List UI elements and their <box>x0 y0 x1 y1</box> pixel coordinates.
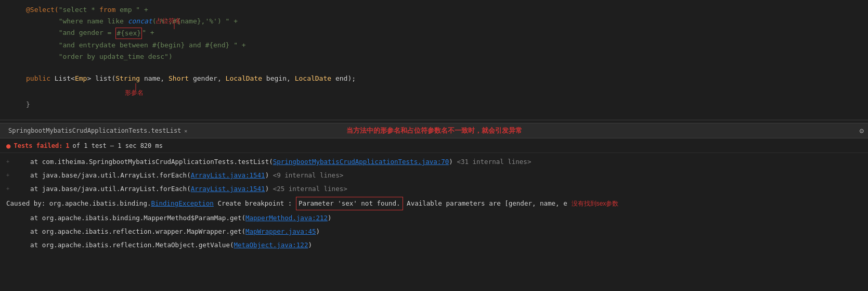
stack-text-3: at java.base/java.util.ArrayList.forEach… <box>15 183 191 195</box>
stack-line-2: + at java.base/java.util.ArrayList.forEa… <box>0 169 868 182</box>
kw-short-class: Short <box>169 73 189 84</box>
mapper-line-3: at org.apache.ibatis.reflection.MetaObje… <box>0 238 868 252</box>
mapper-suffix-3: ) <box>308 239 312 251</box>
stack-suffix-1: ) <box>449 156 457 168</box>
stack-link-1[interactable]: SpringbootMybatisCrudApplicationTests.ja… <box>273 156 449 168</box>
binding-exception-link[interactable]: BindingException <box>151 198 213 209</box>
string-select: "select * <box>59 5 99 15</box>
code-line-3: "and gender = #{sex}" + 占位符名 <box>0 27 868 40</box>
func-concat: concat <box>128 16 152 27</box>
placeholder-sex: #{sex} <box>115 28 142 39</box>
test-fail-label: Tests failed: <box>14 142 62 149</box>
editor-area: @Select("select * from emp " + "where na… <box>0 0 868 120</box>
kw-list-end: > list( <box>87 73 115 84</box>
tab-bar: SpringbootMybatisCrudApplicationTests.te… <box>0 123 868 138</box>
kw-localdate2: LocalDate <box>295 73 331 84</box>
caused-prefix: Caused by: org.apache.ibatis.binding. <box>6 198 151 209</box>
code-line-4: "and entrydate between #{begin} and #{en… <box>0 40 868 51</box>
mapper-link-2[interactable]: MapWrapper.java:45 <box>245 226 316 237</box>
mapper-text-1: at org.apache.ibatis.binding.MapperMetho… <box>15 212 245 224</box>
test-header: ● Tests failed: 1 of 1 test – 1 sec 820 … <box>0 138 868 153</box>
stack-line-3: + at java.base/java.util.ArrayList.forEa… <box>0 182 868 196</box>
param-annotation: 形参名 <box>125 87 144 98</box>
annotation-select: @Select( <box>26 5 59 15</box>
test-fail-count: 1 <box>66 142 69 149</box>
string-emp: emp " + <box>115 5 148 15</box>
internal-3: <25 internal lines> <box>273 183 347 195</box>
stack-link-2[interactable]: ArrayList.java:1541 <box>191 170 265 181</box>
mapper-link-3[interactable]: MetaObject.java:122 <box>234 239 308 251</box>
mapper-line-1: at org.apache.ibatis.binding.MapperMetho… <box>0 211 868 225</box>
mapper-text-2: at org.apache.ibatis.reflection.wrapper.… <box>15 226 245 237</box>
expand-1[interactable]: + <box>6 156 15 168</box>
mapper-link-1[interactable]: MapperMethod.java:212 <box>245 212 328 224</box>
mapper-suffix-1: ) <box>328 212 332 224</box>
caused-line: Caused by: org.apache.ibatis.binding.Bin… <box>0 196 868 211</box>
gear-icon[interactable]: ⚙ <box>860 126 864 135</box>
test-fail-icon: ● <box>6 142 10 150</box>
code-line-5: "order by update_time desc") <box>0 51 868 62</box>
indent-3 <box>26 28 59 38</box>
stack-area: + at com.itheima.SpringbootMybatisCrudAp… <box>0 153 868 254</box>
create-breakpoint: Create breakpoint : <box>214 198 296 209</box>
string-gender: "and gender = <box>59 28 116 38</box>
stack-link-3[interactable]: ArrayList.java:1541 <box>191 183 265 195</box>
kw-list: List< <box>55 73 75 84</box>
expand-3[interactable]: + <box>6 183 15 195</box>
error-box: Parameter 'sex' not found. <box>296 197 403 210</box>
tab-name: SpringbootMybatisCrudApplicationTests.te… <box>8 127 181 134</box>
stack-text-1: at com.itheima.SpringbootMybatisCrudAppl… <box>15 156 273 168</box>
code-line-2: "where name like concat('%',#{name},'%')… <box>0 16 868 27</box>
kw-name-param: name, <box>140 73 169 84</box>
indent-4 <box>26 40 59 50</box>
kw-string-class: String <box>115 73 140 84</box>
stack-suffix-2: ) <box>265 170 273 181</box>
kw-emp: Emp <box>75 73 87 84</box>
bottom-area: ● Tests failed: 1 of 1 test – 1 sec 820 … <box>0 138 868 291</box>
editor-bottom-line: } <box>0 99 868 110</box>
string-where: "where name like <box>59 16 128 27</box>
expand-2[interactable]: + <box>6 170 15 181</box>
placeholder-annotation: 占位符名 <box>156 16 181 26</box>
stack-text-2: at java.base/java.util.ArrayList.forEach… <box>15 170 191 181</box>
mapper-suffix-2: ) <box>316 226 320 237</box>
mapper-line-2: at org.apache.ibatis.reflection.wrapper.… <box>0 225 868 238</box>
annotation-arrow-1 <box>174 23 175 29</box>
kw-public: public <box>26 73 55 84</box>
kw-localdate1: LocalDate <box>226 73 262 84</box>
kw-gender-param: gender, <box>189 73 225 84</box>
string-order: "order by update_time desc") <box>59 52 173 62</box>
keyword-from: from <box>99 5 115 15</box>
kw-end-param: end); <box>331 73 356 84</box>
code-line-method: public List<Emp> list(String name, Short… <box>0 73 868 84</box>
tab-item[interactable]: SpringbootMybatisCrudApplicationTests.te… <box>4 127 191 134</box>
no-sex-label: 没有找到sex参数 <box>572 198 619 209</box>
string-entrydate: "and entrydate between #{begin} and #{en… <box>59 40 246 50</box>
string-gender-end: " + <box>142 28 154 38</box>
annotation-arrow-2 <box>135 83 136 91</box>
internal-1: <31 internal lines> <box>457 156 531 168</box>
code-line-1: @Select("select * from emp " + <box>0 4 868 16</box>
test-fail-detail: of 1 test – 1 sec 820 ms <box>73 142 163 149</box>
available-params: Available parameters are [gender, name, … <box>403 198 567 209</box>
tab-warning-text: 当方法中的形参名和占位符参数名不一致时，就会引发异常 <box>346 126 522 135</box>
mapper-text-3: at org.apache.ibatis.reflection.MetaObje… <box>15 239 234 251</box>
internal-2: <9 internal lines> <box>273 170 343 181</box>
stack-line-1: + at com.itheima.SpringbootMybatisCrudAp… <box>0 155 868 169</box>
tab-close-btn[interactable]: ✕ <box>184 128 187 134</box>
code-line-blank <box>0 62 868 73</box>
indent-5 <box>26 52 59 62</box>
stack-suffix-3: ) <box>265 183 273 195</box>
indent-2 <box>26 16 59 27</box>
kw-begin-param: begin, <box>262 73 295 84</box>
